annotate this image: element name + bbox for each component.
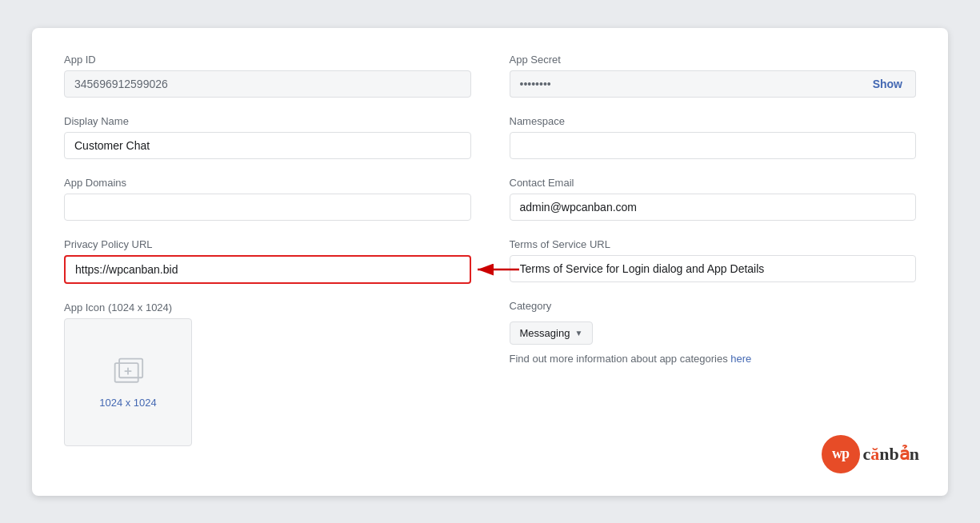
display-name-input[interactable] [64, 132, 471, 159]
app-secret-input[interactable] [510, 70, 860, 98]
display-name-group: Display Name [64, 115, 471, 159]
wp-circle: wp [822, 435, 860, 473]
display-name-label: Display Name [64, 115, 471, 127]
contact-email-input[interactable] [510, 194, 917, 221]
app-icon-section: App Icon (1024 x 1024) 1024 x 1024 [64, 301, 471, 446]
namespace-input[interactable] [510, 132, 917, 159]
arrow-indicator [471, 258, 526, 281]
find-info-text: Find out more information about app cate… [510, 353, 917, 365]
app-secret-input-group: Show [510, 70, 917, 98]
left-column: App ID Display Name App Domains Privacy … [64, 54, 471, 464]
namespace-group: Namespace [510, 115, 917, 159]
app-domains-label: App Domains [64, 177, 471, 189]
right-column: App Secret Show Namespace Contact Email … [510, 54, 917, 464]
app-id-label: App ID [64, 54, 471, 66]
contact-email-label: Contact Email [510, 177, 917, 189]
contact-email-group: Contact Email [510, 177, 917, 221]
wp-brand-text: cănbản [863, 444, 920, 465]
category-value: Messaging [520, 327, 570, 339]
app-icon-upload[interactable]: 1024 x 1024 [64, 318, 192, 446]
privacy-input-wrapper [64, 255, 471, 284]
tos-url-label: Terms of Service URL [510, 238, 917, 250]
app-domains-group: App Domains [64, 177, 471, 221]
tos-url-input[interactable] [510, 255, 917, 282]
icon-size-label: 1024 x 1024 [99, 397, 157, 409]
chevron-down-icon: ▼ [574, 329, 582, 337]
category-dropdown[interactable]: Messaging ▼ [510, 321, 594, 345]
svg-rect-2 [115, 363, 138, 382]
category-label: Category [510, 300, 917, 312]
svg-rect-3 [119, 358, 142, 377]
app-id-input[interactable] [64, 70, 471, 98]
wp-logo: wp cănbản [822, 435, 920, 473]
privacy-policy-group: Privacy Policy URL [64, 238, 471, 284]
main-card: App ID Display Name App Domains Privacy … [32, 28, 948, 496]
app-secret-label: App Secret [510, 54, 917, 66]
privacy-policy-input[interactable] [64, 255, 471, 284]
app-id-group: App ID [64, 54, 471, 98]
image-placeholder-icon [109, 356, 147, 390]
show-secret-button[interactable]: Show [860, 70, 916, 98]
privacy-policy-label: Privacy Policy URL [64, 238, 471, 250]
tos-url-group: Terms of Service URL [510, 238, 917, 282]
namespace-label: Namespace [510, 115, 917, 127]
here-link[interactable]: here [730, 353, 751, 365]
category-section: Category Messaging ▼ Find out more infor… [510, 300, 917, 365]
app-domains-input[interactable] [64, 194, 471, 221]
form-grid: App ID Display Name App Domains Privacy … [64, 54, 916, 464]
app-icon-label: App Icon (1024 x 1024) [64, 301, 471, 313]
app-secret-group: App Secret Show [510, 54, 917, 98]
